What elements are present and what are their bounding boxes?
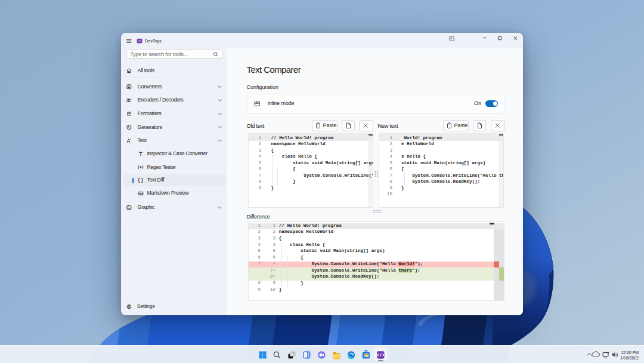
svg-text:12:00 PM: 12:00 PM xyxy=(621,350,639,355)
svg-text:1/18/2022: 1/18/2022 xyxy=(620,356,639,360)
